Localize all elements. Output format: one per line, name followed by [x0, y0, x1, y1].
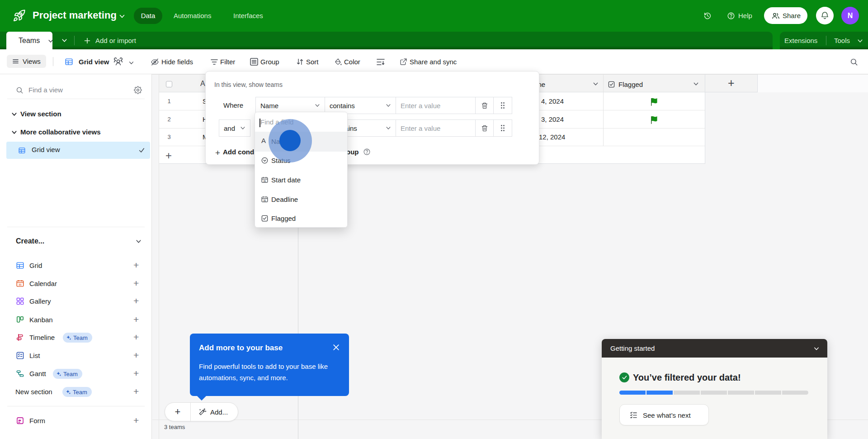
- svg-text:31: 31: [19, 283, 22, 286]
- svg-text:31: 31: [264, 200, 266, 202]
- svg-text:31: 31: [264, 180, 266, 182]
